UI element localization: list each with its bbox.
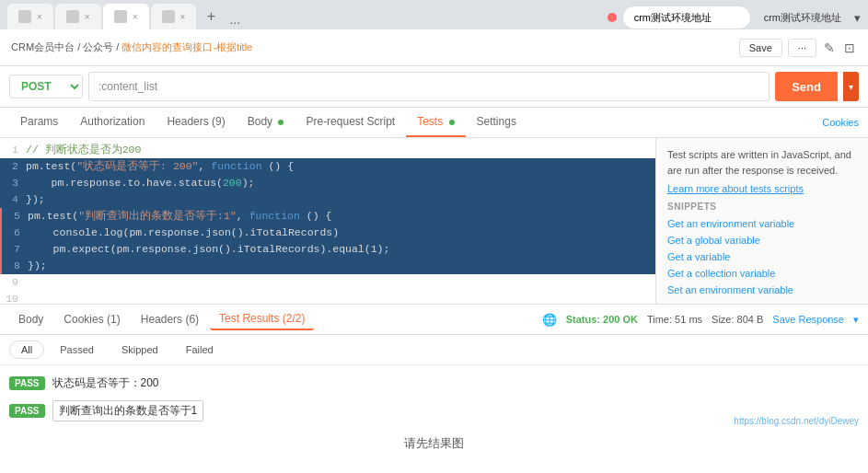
code-line-2: 2 pm.test("状态码是否等于: 200", function () {	[0, 158, 655, 175]
tab-pre-request[interactable]: Pre-request Script	[295, 108, 406, 137]
tab-settings[interactable]: Settings	[466, 108, 527, 137]
filter-failed[interactable]: Failed	[174, 340, 226, 359]
send-button[interactable]: Send	[775, 72, 838, 101]
test-label-2: 判断查询出的条数是否等于1	[52, 400, 204, 421]
tab-body[interactable]: Body	[237, 108, 295, 137]
snippet-1[interactable]: Get an environment variable	[667, 215, 857, 232]
main-area: 1 // 判断状态是否为200 2 pm.test("状态码是否等于: 200"…	[0, 138, 868, 304]
time-text: Time: 51 ms	[647, 314, 702, 325]
tab-tests[interactable]: Tests	[406, 108, 465, 137]
address-right: crm测试环境地址	[757, 11, 849, 25]
size-text: Size: 804 B	[712, 314, 763, 325]
save-response-button[interactable]: Save Response	[772, 314, 844, 325]
bottom-status: 🌐 Status: 200 OK Time: 51 ms Size: 804 B…	[542, 313, 859, 327]
new-tab-button[interactable]: +	[198, 4, 224, 29]
pm-header: CRM会员中台 / 公众号 / 微信内容的查询接口-根据title Save ·…	[0, 29, 868, 66]
code-line-9: 9	[0, 274, 655, 291]
snippet-5[interactable]: Set an environment variable	[667, 282, 857, 298]
bottom-tab-body[interactable]: Body	[9, 309, 52, 329]
test-result-1: PASS 状态码是否等于：200	[9, 371, 859, 396]
tab-favicon-3	[114, 10, 127, 23]
url-input[interactable]	[88, 72, 770, 101]
code-editor[interactable]: 1 // 判断状态是否为200 2 pm.test("状态码是否等于: 200"…	[0, 138, 656, 304]
tab-params[interactable]: Params	[9, 108, 69, 137]
tab-authorization[interactable]: Authorization	[69, 108, 156, 137]
tab-close-2[interactable]: ×	[85, 12, 90, 22]
browser-tab-3[interactable]: ×	[103, 4, 149, 29]
test-label-1: 状态码是否等于：200	[52, 375, 159, 391]
body-dot	[278, 120, 284, 125]
filter-tabs: All Passed Skipped Failed	[0, 335, 868, 365]
breadcrumb-current[interactable]: 微信内容的查询接口-根据title	[122, 41, 252, 52]
code-line-10: 10	[0, 291, 655, 304]
test-results-body: PASS 状态码是否等于：200 PASS 判断查询出的条数是否等于1 http…	[0, 365, 868, 432]
pass-badge-2: PASS	[9, 404, 45, 418]
pass-badge-1: PASS	[9, 376, 45, 390]
tab-favicon-2	[66, 10, 79, 23]
snippets-panel: Test scripts are written in JavaScript, …	[656, 138, 868, 304]
tests-dot	[449, 120, 455, 125]
code-lines: 1 // 判断状态是否为200 2 pm.test("状态码是否等于: 200"…	[0, 138, 655, 304]
save-button[interactable]: Save	[739, 39, 782, 57]
bottom-fade-text: 请先结果图	[0, 432, 868, 456]
request-row: POST GET PUT DELETE Send ▾	[0, 66, 868, 108]
pm-header-right: Save ··· ✎ ⊡	[739, 39, 857, 57]
bottom-text: 请先结果图	[404, 436, 464, 450]
code-line-3: 3 pm.response.to.have.status(200);	[0, 175, 655, 191]
tab-favicon-1	[18, 10, 31, 23]
browser-dot	[608, 13, 617, 22]
browser-tabs: × × × × + ··· crm测试环境地址 ▾	[0, 0, 868, 29]
code-line-1: 1 // 判断状态是否为200	[0, 142, 655, 158]
cookies-link[interactable]: Cookies	[822, 117, 859, 128]
bottom-tab-cookies[interactable]: Cookies (1)	[54, 309, 129, 329]
filter-all[interactable]: All	[9, 340, 44, 359]
browser-tab-1[interactable]: ×	[7, 4, 53, 29]
tab-close-1[interactable]: ×	[37, 12, 42, 22]
code-line-7: 7 pm.expect(pm.response.json().iTotalRec…	[0, 241, 655, 258]
test-result-2: PASS 判断查询出的条数是否等于1	[9, 396, 859, 426]
browser-tab-2[interactable]: ×	[55, 4, 101, 29]
header-more-button[interactable]: ···	[788, 39, 816, 57]
filter-passed[interactable]: Passed	[48, 340, 106, 359]
watermark: https://blog.csdn.net/dyiDewey	[734, 416, 859, 426]
method-select[interactable]: POST GET PUT DELETE	[9, 75, 83, 98]
dropdown-arrow[interactable]: ▾	[854, 11, 861, 25]
code-line-4: 4 });	[0, 191, 655, 208]
address-bar-input[interactable]	[622, 6, 751, 29]
save-response-dropdown[interactable]: ▾	[853, 314, 859, 326]
learn-more-link[interactable]: Learn more about tests scripts	[667, 183, 804, 194]
code-line-8: 8 });	[0, 258, 655, 274]
filter-skipped[interactable]: Skipped	[110, 340, 170, 359]
send-dropdown-button[interactable]: ▾	[843, 72, 859, 101]
code-line-6: 6 console.log(pm.response.json().iTotalR…	[0, 225, 655, 241]
breadcrumb-part-2[interactable]: 公众号	[83, 41, 113, 52]
snippets-title: SNIPPETS	[667, 202, 857, 212]
snippet-2[interactable]: Get a global variable	[667, 232, 857, 248]
tab-headers[interactable]: Headers (9)	[156, 108, 236, 137]
tab-more-button[interactable]: ···	[226, 15, 244, 29]
breadcrumb: CRM会员中台 / 公众号 / 微信内容的查询接口-根据title	[11, 40, 252, 54]
tab-close-3[interactable]: ×	[133, 12, 138, 22]
code-line-5: 5 pm.test("判断查询出的条数是否等于:1", function () …	[0, 208, 655, 225]
snippet-4[interactable]: Get a collection variable	[667, 265, 857, 282]
bottom-panel: Body Cookies (1) Headers (6) Test Result…	[0, 304, 868, 432]
globe-icon: 🌐	[542, 313, 557, 327]
tab-favicon-4	[162, 10, 175, 23]
snippet-3[interactable]: Get a variable	[667, 248, 857, 265]
browser-tab-4[interactable]: ×	[151, 4, 197, 29]
bottom-tabs: Body Cookies (1) Headers (6) Test Result…	[0, 305, 868, 335]
bottom-tab-headers[interactable]: Headers (6)	[132, 309, 208, 329]
tab-close-4[interactable]: ×	[180, 12, 186, 22]
breadcrumb-part-1[interactable]: CRM会员中台	[11, 41, 75, 52]
snippets-description: Test scripts are written in JavaScript, …	[667, 147, 857, 178]
status-text: Status: 200 OK	[566, 314, 638, 325]
bottom-tab-test-results[interactable]: Test Results (2/2)	[210, 308, 314, 330]
tab-nav: Params Authorization Headers (9) Body Pr…	[0, 108, 868, 138]
edit-icon[interactable]: ✎	[822, 39, 837, 57]
share-icon[interactable]: ⊡	[842, 39, 857, 57]
